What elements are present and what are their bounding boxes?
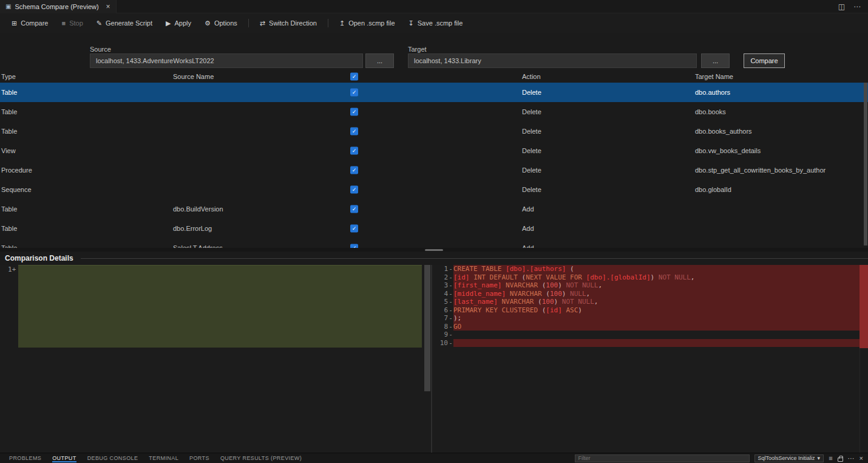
diff-inserted-region — [18, 265, 422, 348]
select-all-checkbox[interactable]: ✓ — [350, 73, 358, 81]
table-row[interactable]: Table✓Deletedbo.authors — [0, 83, 868, 102]
diff-code-line: 10- — [432, 339, 868, 348]
row-action: Delete — [522, 147, 541, 154]
source-connection-input[interactable] — [90, 53, 363, 68]
row-action: Delete — [522, 108, 541, 115]
code-text: ); — [453, 314, 868, 323]
editor-tab-bar: ▣ Schema Compare (Preview) × ◫⋯ — [0, 0, 868, 13]
row-source-name: dbo.ErrorLog — [173, 225, 212, 232]
comparison-details-header: Comparison Details — [0, 252, 868, 265]
panel-tab-debug-console[interactable]: DEBUG CONSOLE — [82, 453, 144, 463]
table-row[interactable]: View✓Deletedbo.vw_books_details — [0, 141, 868, 160]
toolbar-open-scmp-button[interactable]: ↥Open .scmp file — [333, 16, 402, 30]
diff-target-pane[interactable]: 1-CREATE TABLE [dbo].[authors] (2-[id] I… — [432, 265, 868, 453]
row-target-name: dbo.books_authors — [695, 128, 752, 135]
line-number: 1 — [432, 265, 448, 273]
source-line-number: 1+ — [8, 266, 16, 273]
source-browse-button[interactable]: ... — [365, 53, 394, 68]
row-include-checkbox[interactable]: ✓ — [350, 128, 358, 135]
row-include-checkbox[interactable]: ✓ — [350, 147, 358, 155]
diff-removed-marker: - — [448, 306, 453, 315]
panel-tab-problems[interactable]: PROBLEMS — [4, 453, 47, 463]
compare-button[interactable]: Compare — [744, 53, 785, 68]
split-editor-icon[interactable]: ◫ — [838, 2, 845, 11]
row-checkbox-cell: ✓ — [350, 205, 358, 213]
row-action: Delete — [522, 128, 541, 135]
line-number: 9 — [432, 331, 448, 339]
toolbar-separator — [328, 19, 328, 27]
open-scmp-icon: ↥ — [339, 19, 345, 27]
diff-source-pane[interactable]: 1+ — [0, 265, 432, 453]
row-include-checkbox[interactable]: ✓ — [350, 186, 358, 194]
tab-schema-compare[interactable]: ▣ Schema Compare (Preview) × — [0, 0, 117, 13]
toolbar-apply-button[interactable]: ▶Apply — [159, 16, 198, 30]
diff-code-line: 5-[last_name] NVARCHAR (100) NOT NULL, — [432, 298, 868, 306]
grid-vertical-scrollbar[interactable] — [864, 83, 867, 245]
toolbar-switch-direction-button[interactable]: ⇄Switch Direction — [253, 16, 324, 30]
column-header-source-name[interactable]: Source Name — [173, 73, 214, 80]
line-number: 6 — [432, 306, 448, 315]
schema-compare-toolbar: ⊞Compare■Stop✎Generate Script▶Apply⚙Opti… — [0, 13, 868, 33]
row-action: Delete — [522, 166, 541, 174]
code-text — [453, 339, 868, 348]
code-text: [id] INT DEFAULT (NEXT VALUE FOR [dbo].[… — [453, 273, 868, 282]
column-header-target-name[interactable]: Target Name — [695, 73, 733, 80]
more-panel-actions-icon[interactable]: ⋯ — [848, 455, 855, 462]
line-number: 4 — [432, 290, 448, 298]
row-checkbox-cell: ✓ — [350, 108, 358, 116]
table-row[interactable]: Procedure✓Deletedbo.stp_get_all_cowritte… — [0, 160, 868, 180]
table-row[interactable]: Table✓Deletedbo.books_authors — [0, 122, 868, 141]
stop-icon: ■ — [61, 19, 66, 27]
lock-scroll-icon[interactable] — [838, 458, 843, 462]
table-row[interactable]: TableSalesLT.Address✓Add — [0, 238, 868, 248]
row-include-checkbox[interactable]: ✓ — [350, 108, 358, 116]
diff-removed-marker: - — [448, 290, 453, 298]
row-include-checkbox[interactable]: ✓ — [350, 205, 358, 213]
row-include-checkbox[interactable]: ✓ — [350, 89, 358, 97]
table-row[interactable]: Tabledbo.ErrorLog✓Add — [0, 219, 868, 238]
target-connection-input[interactable] — [408, 53, 697, 68]
table-row[interactable]: Table✓Deletedbo.books — [0, 102, 868, 122]
generate-script-icon: ✎ — [97, 19, 102, 27]
row-include-checkbox[interactable]: ✓ — [350, 166, 358, 174]
column-header-action[interactable]: Action — [522, 73, 541, 80]
grid-rows: Table✓Deletedbo.authorsTable✓Deletedbo.b… — [0, 83, 868, 248]
table-row[interactable]: Tabledbo.BuildVersion✓Add — [0, 199, 868, 219]
output-filter-input[interactable] — [575, 454, 750, 462]
tab-close-icon[interactable]: × — [106, 2, 110, 11]
source-pane-scrollbar[interactable] — [424, 265, 430, 391]
output-channel-select[interactable]: SqlToolsService Initializ ▾ — [754, 454, 824, 462]
toolbar-options-button[interactable]: ⚙Options — [198, 16, 244, 30]
row-checkbox-cell: ✓ — [350, 128, 358, 135]
comparison-details-title: Comparison Details — [5, 254, 73, 262]
overview-ruler[interactable] — [860, 265, 868, 453]
table-row[interactable]: Sequence✓Deletedbo.globalId — [0, 180, 868, 199]
panel-tab-query-results-preview[interactable]: QUERY RESULTS (PREVIEW) — [215, 453, 307, 463]
toolbar-separator — [248, 19, 249, 27]
switch-direction-icon: ⇄ — [260, 19, 265, 27]
close-panel-icon[interactable]: × — [860, 455, 863, 462]
bottom-panel-bar: PROBLEMSOUTPUTDEBUG CONSOLETERMINALPORTS… — [0, 453, 868, 463]
grid-header: Type Source Name ✓ Action Target Name — [0, 70, 868, 83]
row-include-checkbox[interactable]: ✓ — [350, 225, 358, 233]
diff-code-line: 7-); — [432, 314, 868, 323]
more-editor-actions-icon[interactable]: ⋯ — [853, 2, 861, 11]
output-list-icon[interactable]: ≡ — [829, 455, 832, 462]
row-type: Procedure — [1, 166, 32, 174]
toolbar-apply-label: Apply — [175, 19, 192, 27]
column-header-type[interactable]: Type — [1, 73, 16, 80]
diff-removed-marker: - — [448, 339, 453, 348]
code-text — [453, 331, 868, 339]
target-browse-button[interactable]: ... — [701, 53, 730, 68]
toolbar-generate-script-button[interactable]: ✎Generate Script — [90, 16, 159, 30]
sash-grip[interactable] — [425, 249, 443, 251]
panel-tab-output[interactable]: OUTPUT — [47, 453, 81, 463]
details-divider — [81, 258, 868, 259]
row-checkbox-cell: ✓ — [350, 186, 358, 194]
toolbar-compare-button[interactable]: ⊞Compare — [5, 16, 55, 30]
panel-tab-ports[interactable]: PORTS — [184, 453, 215, 463]
line-number: 2 — [432, 273, 448, 282]
panel-tab-terminal[interactable]: TERMINAL — [143, 453, 184, 463]
diff-code-line: 6-PRIMARY KEY CLUSTERED ([id] ASC) — [432, 306, 868, 315]
toolbar-save-scmp-button[interactable]: ↧Save .scmp file — [402, 16, 470, 30]
